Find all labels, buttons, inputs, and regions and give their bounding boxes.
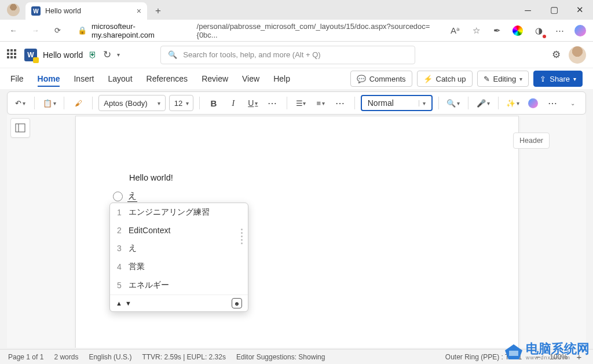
- copilot-inline-icon[interactable]: [113, 192, 123, 201]
- extension-icon[interactable]: ◑: [530, 23, 547, 39]
- header-section-label[interactable]: Header: [513, 133, 550, 149]
- ime-candidate[interactable]: 2EditContext: [110, 222, 248, 239]
- doc-title[interactable]: Hello world: [43, 50, 83, 60]
- reading-mode-icon[interactable]: Aᵃ: [447, 23, 463, 39]
- status-perf: TTVR: 2.59s | EUPL: 2.32s: [142, 353, 226, 361]
- navigation-pane-toggle[interactable]: [10, 118, 30, 138]
- italic-button[interactable]: I: [225, 95, 241, 111]
- site-info-icon[interactable]: 🔒: [78, 26, 87, 35]
- ime-next-icon[interactable]: ▼: [125, 300, 131, 307]
- app-header: W Hello world ⛨ ↻ ▾ 🔍 Search for tools, …: [0, 42, 593, 68]
- more-paragraph-button[interactable]: ⋯: [332, 95, 349, 111]
- bold-button[interactable]: B: [206, 95, 222, 111]
- ime-candidate[interactable]: 1エンジニアリング練習: [110, 203, 248, 222]
- new-tab-button[interactable]: +: [149, 2, 167, 20]
- editing-mode-button[interactable]: ✎Editing▾: [477, 71, 529, 87]
- url-field[interactable]: 🔒 microsofteur-my.sharepoint.com/persona…: [71, 22, 442, 39]
- ime-candidate[interactable]: 3え: [110, 239, 248, 258]
- browser-tab[interactable]: W Hello world ×: [25, 2, 147, 20]
- undo-button[interactable]: ↶▾: [12, 95, 28, 111]
- numbering-button[interactable]: ≡▾: [313, 95, 329, 111]
- color-gradient-icon[interactable]: [510, 23, 526, 39]
- menu-review[interactable]: Review: [202, 74, 228, 83]
- status-words[interactable]: 2 words: [54, 353, 78, 361]
- search-input[interactable]: 🔍 Search for tools, help, and more (Alt …: [160, 46, 415, 64]
- sync-icon[interactable]: ↻: [103, 49, 111, 61]
- profile-avatar-icon[interactable]: [7, 3, 20, 16]
- app-launcher-icon[interactable]: [7, 49, 19, 61]
- settings-gear-icon[interactable]: ⚙: [552, 49, 561, 61]
- more-icon[interactable]: ⋯: [551, 23, 568, 39]
- minimize-button[interactable]: ─: [515, 0, 541, 20]
- browser-chrome: ─ ▢ ✕ W Hello world × + ← → ⟳ 🔒 microsof…: [0, 0, 593, 42]
- ime-prev-icon[interactable]: ▲: [116, 300, 122, 307]
- share-icon: ⇪: [540, 75, 546, 83]
- copilot-ribbon-button[interactable]: [525, 95, 541, 111]
- find-button[interactable]: 🔍▾: [445, 95, 462, 111]
- window-controls: ─ ▢ ✕: [515, 0, 593, 20]
- maximize-button[interactable]: ▢: [541, 0, 567, 20]
- zoom-in-button[interactable]: +: [573, 352, 585, 362]
- url-host: microsofteur-my.sharepoint.com: [91, 22, 192, 39]
- forward-button: →: [27, 22, 44, 39]
- refresh-button[interactable]: ⟳: [49, 22, 66, 39]
- font-size-select[interactable]: 12▾: [169, 95, 193, 111]
- dictate-button[interactable]: 🎤▾: [474, 95, 492, 111]
- eyedropper-icon[interactable]: ✒: [489, 23, 505, 39]
- menu-references[interactable]: References: [147, 74, 188, 83]
- underline-button[interactable]: U▾: [245, 95, 261, 111]
- search-placeholder: Search for tools, help, and more (Alt + …: [183, 50, 320, 59]
- ime-composition-text: え: [127, 190, 137, 202]
- ime-emoji-icon[interactable]: ☻: [232, 298, 242, 308]
- document-text: Hello world!: [129, 173, 173, 182]
- tab-close-icon[interactable]: ×: [137, 6, 141, 16]
- favorite-icon[interactable]: ☆: [468, 23, 484, 39]
- menu-file[interactable]: File: [10, 74, 24, 83]
- back-button[interactable]: ←: [5, 22, 22, 39]
- ime-candidate[interactable]: 5エネルギー: [110, 276, 248, 295]
- close-window-button[interactable]: ✕: [567, 0, 593, 20]
- url-path: /personal/pabrosse_microsoft_com/_layout…: [197, 22, 435, 39]
- menu-insert[interactable]: Insert: [74, 74, 94, 83]
- menu-home[interactable]: Home: [38, 74, 60, 87]
- paste-button[interactable]: 📋▾: [41, 95, 58, 111]
- word-favicon-icon: W: [31, 6, 41, 16]
- ribbon-toolbar: ↶▾ 📋▾ 🖌 Aptos (Body)▾ 12▾ B I U▾ ⋯ ☰▾ ≡▾…: [7, 91, 586, 115]
- svg-rect-0: [16, 124, 25, 132]
- ime-candidate-popup: 1エンジニアリング練習 2EditContext 3え 4営業 5エネルギー ▲…: [109, 203, 248, 312]
- font-family-select[interactable]: Aptos (Body)▾: [98, 95, 166, 111]
- menu-tabs: File Home Insert Layout References Revie…: [0, 68, 593, 89]
- tab-title: Hello world: [45, 7, 81, 15]
- ribbon-collapse-button[interactable]: ⌄: [565, 95, 581, 111]
- ime-drag-handle-icon[interactable]: [241, 229, 243, 244]
- ime-candidate[interactable]: 4営業: [110, 258, 248, 276]
- more-font-button[interactable]: ⋯: [265, 95, 281, 111]
- copilot-icon[interactable]: [572, 23, 588, 39]
- ime-composition-line: え: [113, 190, 137, 202]
- ime-footer: ▲ ▼ ☻: [110, 295, 248, 311]
- format-painter-button[interactable]: 🖌: [70, 95, 86, 111]
- status-page[interactable]: Page 1 of 1: [8, 353, 43, 361]
- menu-view[interactable]: View: [242, 74, 259, 83]
- zoom-out-button[interactable]: −: [532, 352, 544, 362]
- document-area: Header Hello world! え: [7, 115, 586, 348]
- status-editor[interactable]: Editor Suggestions: Showing: [236, 353, 325, 361]
- address-bar: ← → ⟳ 🔒 microsofteur-my.sharepoint.com/p…: [0, 20, 593, 42]
- zoom-level[interactable]: 100%: [550, 353, 568, 361]
- sensitivity-shield-icon[interactable]: ⛨: [89, 50, 97, 60]
- bullets-button[interactable]: ☰▾: [293, 95, 309, 111]
- status-bar: Page 1 of 1 2 words English (U.S.) TTVR:…: [0, 349, 593, 364]
- user-avatar-icon[interactable]: [569, 46, 586, 64]
- word-app-icon: W: [24, 49, 37, 61]
- style-select[interactable]: Normal▾: [361, 95, 433, 111]
- comments-button[interactable]: 💬Comments: [350, 71, 412, 87]
- more-ribbon-button[interactable]: ⋯: [545, 95, 561, 111]
- menu-layout[interactable]: Layout: [108, 74, 132, 83]
- catchup-button[interactable]: ⚡Catch up: [417, 71, 473, 87]
- menu-help[interactable]: Help: [273, 74, 290, 83]
- share-button[interactable]: ⇪Share▾: [533, 71, 583, 87]
- lightning-icon: ⚡: [423, 75, 433, 83]
- status-language[interactable]: English (U.S.): [89, 353, 131, 361]
- designer-button[interactable]: ✨▾: [504, 95, 522, 111]
- title-dropdown-icon[interactable]: ▾: [117, 52, 120, 58]
